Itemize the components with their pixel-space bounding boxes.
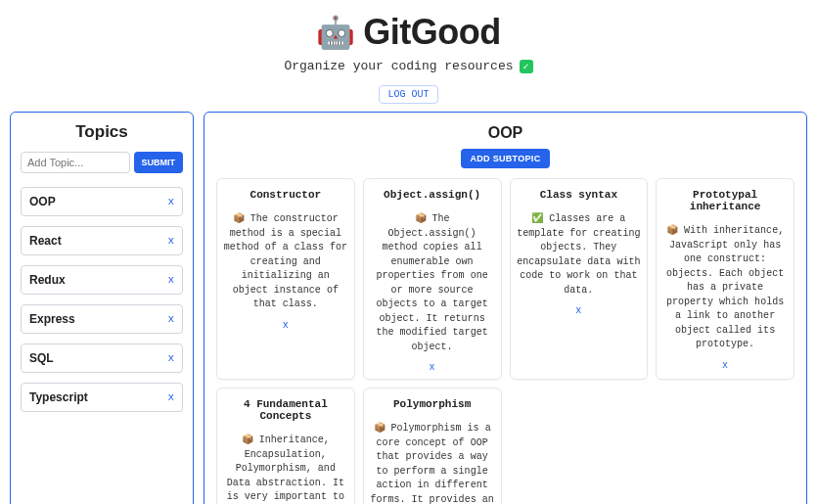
card-text: With inheritance, JavaScript only has on… — [666, 225, 784, 349]
card-title: Polymorphism — [370, 398, 495, 410]
logout-button[interactable]: LOG OUT — [379, 85, 437, 104]
topic-label: SQL — [29, 351, 54, 365]
card-text: Polymorphism is a core concept of OOP th… — [371, 423, 494, 504]
card-body: 📦 The Object.assign() method copies all … — [370, 212, 495, 354]
topic-item[interactable]: Expressx — [21, 304, 183, 334]
box-icon: 📦 — [374, 423, 386, 434]
card-text: Classes are a template for creating obje… — [517, 213, 640, 296]
card-body: 📦 Polymorphism is a core concept of OOP … — [370, 422, 495, 504]
topic-label: OOP — [29, 195, 56, 208]
card-title: Class syntax — [517, 189, 642, 201]
topic-list: OOPxReactxReduxxExpressxSQLxTypescriptx — [21, 187, 183, 412]
content-title: OOP — [216, 124, 794, 142]
check-icon: ✅ — [531, 213, 543, 224]
tagline-text: Organize your coding resources — [284, 59, 513, 73]
subtopic-card[interactable]: Polymorphism📦 Polymorphism is a core con… — [363, 388, 502, 504]
brand: 🤖 GitGood — [316, 12, 500, 53]
add-topic-input[interactable] — [21, 152, 130, 173]
tagline: Organize your coding resources ✓ — [0, 59, 817, 73]
close-icon[interactable]: x — [167, 313, 174, 325]
card-grid: Constructor📦 The constructor method is a… — [216, 178, 794, 504]
topic-label: Express — [29, 312, 75, 326]
topic-label: React — [29, 234, 62, 248]
close-icon[interactable]: x — [167, 274, 174, 286]
subtopic-card[interactable]: Object.assign()📦 The Object.assign() met… — [363, 178, 502, 380]
close-icon[interactable]: x — [517, 305, 642, 316]
card-text: The Object.assign() method copies all en… — [377, 213, 488, 352]
topic-item[interactable]: SQLx — [21, 344, 183, 373]
card-body: 📦 With inheritance, JavaScript only has … — [662, 224, 788, 352]
topic-item[interactable]: Reactx — [21, 226, 183, 255]
sidebar: Topics SUBMIT OOPxReactxReduxxExpressxSQ… — [10, 112, 194, 504]
close-icon[interactable]: x — [167, 196, 174, 207]
card-title: 4 Fundamental Concepts — [223, 398, 348, 422]
subtopic-card[interactable]: Constructor📦 The constructor method is a… — [216, 178, 355, 380]
check-icon: ✓ — [520, 60, 533, 73]
close-icon[interactable]: x — [167, 352, 174, 364]
box-icon: 📦 — [242, 435, 253, 445]
card-title: Prototypal inheritance — [662, 189, 788, 212]
topic-label: Redux — [29, 273, 66, 287]
card-body: 📦 The constructor method is a special me… — [223, 212, 348, 312]
content-panel: OOP ADD SUBTOPIC Constructor📦 The constr… — [204, 112, 807, 504]
box-icon: 📦 — [666, 225, 678, 236]
close-icon[interactable]: x — [662, 360, 788, 371]
box-icon: 📦 — [415, 213, 427, 224]
topic-item[interactable]: OOPx — [21, 187, 183, 216]
close-icon[interactable]: x — [167, 235, 174, 247]
card-title: Object.assign() — [370, 189, 495, 201]
robot-icon: 🤖 — [316, 17, 355, 48]
subtopic-card[interactable]: 4 Fundamental Concepts📦 Inheritance, Enc… — [216, 388, 355, 504]
topic-item[interactable]: Typescriptx — [21, 383, 183, 412]
topic-item[interactable]: Reduxx — [21, 265, 183, 295]
close-icon[interactable]: x — [167, 391, 174, 403]
topic-label: Typescript — [29, 390, 88, 404]
card-body: ✅ Classes are a template for creating ob… — [517, 212, 642, 298]
sidebar-title: Topics — [21, 122, 183, 142]
brand-title: GitGood — [363, 12, 500, 53]
add-subtopic-button[interactable]: ADD SUBTOPIC — [461, 149, 551, 168]
close-icon[interactable]: x — [223, 320, 348, 331]
card-title: Constructor — [223, 189, 348, 201]
box-icon: 📦 — [233, 213, 245, 224]
subtopic-card[interactable]: Prototypal inheritance📦 With inheritance… — [656, 178, 794, 380]
subtopic-card[interactable]: Class syntax✅ Classes are a template for… — [510, 178, 649, 380]
card-text: The constructor method is a special meth… — [224, 213, 347, 309]
card-body: 📦 Inheritance, Encapsulation, Polymorphi… — [223, 434, 348, 504]
close-icon[interactable]: x — [370, 362, 495, 373]
submit-button[interactable]: SUBMIT — [134, 152, 184, 173]
